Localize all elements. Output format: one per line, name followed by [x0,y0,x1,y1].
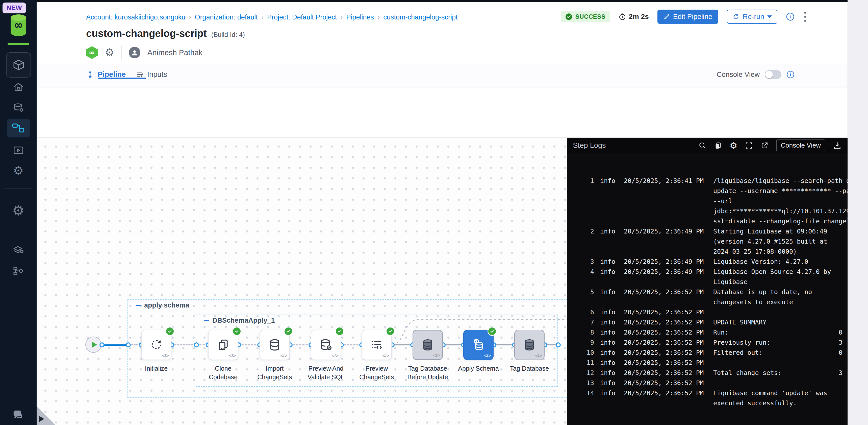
list-code-icon [370,338,383,352]
open-external-icon[interactable] [761,142,769,149]
breadcrumb-current[interactable]: custom-changelog-script [383,13,458,21]
fullscreen-icon[interactable] [745,142,753,149]
sidebar-item-stacked-resources[interactable] [0,243,37,255]
tab-inputs[interactable]: Inputs [135,70,167,79]
stage-group-label[interactable]: apply schema [135,302,189,309]
stage-group-name: apply schema [144,302,189,309]
liquibase-db-logo-icon[interactable]: ∞ [8,13,28,38]
code-glyph: </> [433,353,440,358]
log-line: 1info20/5/2025, 2:36:41 PM/liquibase/liq… [567,176,847,226]
database-icon [523,338,536,352]
pipeline-start-node[interactable] [85,337,101,353]
step-node-preview-validate-sql[interactable]: </> [311,330,341,360]
step-node-import-changesets[interactable]: </> [259,330,290,360]
success-check-icon [565,13,572,20]
breadcrumb-project[interactable]: Project: Default Project [267,13,337,21]
tabs-bar: Pipeline Inputs Console View [37,64,847,87]
code-glyph: </> [162,353,169,359]
corner-play-icon[interactable] [39,416,44,422]
step-logs-header: Step Logs ⚙ Console View [567,138,847,153]
code-glyph: </> [382,353,389,359]
status-badge: SUCCESS [561,11,610,22]
rerun-label: Re-run [743,12,764,21]
success-check-icon [335,327,344,336]
svg-text:∞: ∞ [14,19,23,31]
connector-line [172,344,196,345]
step-node-preview-changesets[interactable]: </> [362,330,392,360]
step-node-apply-schema[interactable]: </> [463,330,494,360]
step-label: Initialize [126,364,187,373]
console-view-toggle-group: Console View [716,70,795,79]
step-node-clone-codebase[interactable]: </> [208,330,238,360]
breadcrumb-pipelines[interactable]: Pipelines [346,13,374,21]
breadcrumb-separator: › [261,13,264,21]
console-view-toggle[interactable] [765,70,781,79]
edit-pipeline-label: Edit Pipeline [673,12,712,21]
code-glyph: </> [332,353,339,359]
step-node-tag-database[interactable]: </> [514,330,545,360]
log-line: 13info20/5/2025, 2:36:52 PM [567,378,847,388]
dbops-module-icon: ∞ [86,46,98,59]
step-node-tag-database-before-update[interactable]: </> [412,330,443,360]
more-options-kebab[interactable] [803,10,807,23]
step-group-label[interactable]: DBSchemaApply_1 [204,317,275,324]
pipeline-settings-gear-icon[interactable]: ⚙ [105,47,114,58]
breadcrumb-organization[interactable]: Organization: default [195,13,258,21]
code-glyph: </> [280,353,287,359]
database-icon [268,338,281,352]
connector-dot[interactable] [556,342,561,347]
log-line: 2info20/5/2025, 2:36:49 PMStarting Liqui… [567,226,847,257]
total-duration: 2m 2s [619,12,649,21]
tab-pipeline[interactable]: Pipeline [86,70,126,79]
sync-icon [150,338,163,352]
breadcrumb-separator: › [189,13,191,21]
connector-line [238,344,259,345]
success-check-icon [488,327,497,336]
database-upload-icon [471,338,486,352]
collapse-icon[interactable] [135,305,141,306]
breadcrumb-account[interactable]: Account: kurosakiichigo.songoku [86,13,185,21]
connector-dot[interactable] [194,342,199,347]
search-icon[interactable] [698,142,706,149]
info-icon[interactable] [786,12,795,21]
author-name: Animesh Pathak [148,48,203,57]
log-line: 3info20/5/2025, 2:36:49 PMLiquibase Vers… [567,257,847,267]
info-icon[interactable] [786,70,795,79]
edit-pipeline-button[interactable]: Edit Pipeline [657,9,718,24]
pipeline-tab-icon [86,70,94,79]
canvas-corner-fold [37,406,55,425]
sidebar-item-databases[interactable] [0,102,37,114]
step-node-initialize[interactable]: </> [141,330,172,360]
sidebar-item-pipelines-active[interactable] [7,119,30,138]
sidebar-item-account-settings[interactable]: ⚙ [0,204,37,217]
gear-icon[interactable]: ⚙ [730,141,737,150]
chevron-down-icon [767,16,772,18]
collapse-icon[interactable] [204,320,209,321]
app-root: NEW ∞ [0,0,868,425]
log-line: 10info20/5/2025, 2:36:52 PMFiltered out:… [567,348,847,358]
stage-summary: deploy Started at:20/5/2025, 2:34:58 PM … [37,87,847,138]
sidebar-item-project-settings[interactable]: ⚙ [0,165,37,176]
code-glyph: </> [484,353,491,359]
header-actions: SUCCESS 2m 2s Edit Pipeline Re-run [561,9,807,24]
connector-dot[interactable] [126,342,131,347]
rerun-button[interactable]: Re-run [727,9,777,24]
breadcrumb-separator: › [340,13,343,21]
connector-line [290,344,311,345]
copy-icon[interactable] [714,142,722,149]
pipeline-canvas[interactable]: apply schema DBSchemaApply_1 [37,138,567,425]
page-title: custom-changelog-script(Build Id: 4) [86,28,245,39]
sidebar-item-infrastructure[interactable] [0,265,37,278]
sidebar-item-home[interactable] [0,81,37,93]
connector-dot[interactable] [99,342,104,347]
log-line: 12info20/5/2025, 2:36:52 PMTotal change … [567,368,847,378]
help-chat-icon[interactable]: ? [0,409,37,422]
download-icon[interactable] [833,141,841,150]
sidebar-item-executions[interactable] [0,144,37,156]
status-text: SUCCESS [576,13,606,20]
console-view-button[interactable]: Console View [776,140,825,151]
module-selector-button[interactable] [6,52,31,78]
step-logs-body[interactable]: 1info20/5/2025, 2:36:41 PM/liquibase/liq… [567,153,847,425]
clone-icon [216,338,230,352]
log-line: 5info20/5/2025, 2:36:52 PMDatabase is up… [567,287,847,307]
